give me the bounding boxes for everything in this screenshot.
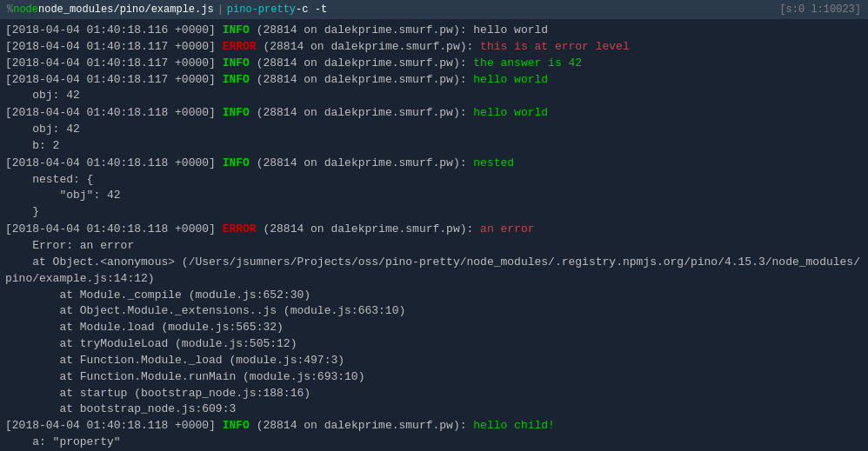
log-msg: hello child!	[467, 418, 555, 434]
terminal-line: [2018-04-04 01:40:18.118 +0000] ERROR (2…	[5, 222, 863, 238]
log-date: [2018-04-04 01:40:18.118 +0000]	[5, 156, 216, 172]
log-date: [2018-04-04 01:40:18.118 +0000]	[5, 418, 216, 434]
terminal-line: at Object.Module._extensions..js (module…	[5, 303, 863, 320]
terminal: % node node_modules/pino/example.js | pi…	[0, 0, 868, 451]
terminal-line: at Function.Module.runMain (module.js:69…	[5, 369, 863, 386]
terminal-line: obj: 42	[5, 88, 863, 104]
terminal-line: [2018-04-04 01:40:18.118 +0000] INFO (28…	[5, 105, 863, 122]
terminal-line: Error: an error	[5, 238, 863, 255]
pino-pretty-cmd: pino-pretty	[227, 3, 296, 16]
log-level: INFO	[216, 105, 250, 122]
terminal-line: at Module.load (module.js:565:32)	[5, 320, 863, 336]
terminal-line: a: "property"	[5, 434, 863, 451]
terminal-line: at bootstrap_node.js:609:3	[5, 401, 863, 418]
log-date: [2018-04-04 01:40:18.117 +0000]	[5, 72, 216, 89]
terminal-line: at Module._compile (module.js:652:30)	[5, 288, 863, 304]
log-level: INFO	[216, 23, 250, 39]
terminal-line: [2018-04-04 01:40:18.117 +0000] INFO (28…	[5, 72, 863, 89]
script-path: node_modules/pino/example.js	[38, 3, 214, 16]
terminal-line: b: 2	[5, 138, 863, 155]
terminal-line: [2018-04-04 01:40:18.116 +0000] INFO (28…	[5, 23, 863, 39]
node-cmd: node	[13, 3, 38, 16]
log-level: INFO	[216, 156, 250, 172]
log-date: [2018-04-04 01:40:18.118 +0000]	[5, 222, 216, 238]
terminal-line: at Object.<anonymous> (/Users/jsumners/P…	[5, 255, 863, 288]
terminal-content: [2018-04-04 01:40:18.116 +0000] INFO (28…	[0, 19, 868, 451]
log-date: [2018-04-04 01:40:18.117 +0000]	[5, 56, 216, 72]
log-host: (28814 on dalekprime.smurf.pw):	[257, 39, 474, 56]
terminal-line: obj: 42	[5, 122, 863, 138]
log-level: ERROR	[216, 222, 257, 238]
terminal-line: nested: {	[5, 172, 863, 189]
log-msg: hello world	[467, 105, 549, 122]
log-date: [2018-04-04 01:40:18.117 +0000]	[5, 39, 216, 56]
log-host: (28814 on dalekprime.smurf.pw):	[250, 418, 467, 434]
terminal-line: at startup (bootstrap_node.js:188:16)	[5, 386, 863, 402]
log-date: [2018-04-04 01:40:18.116 +0000]	[5, 23, 216, 39]
prompt: %	[7, 3, 13, 16]
log-host: (28814 on dalekprime.smurf.pw):	[250, 105, 467, 122]
terminal-line: [2018-04-04 01:40:18.118 +0000] INFO (28…	[5, 418, 863, 434]
terminal-line: }	[5, 204, 863, 221]
log-level: INFO	[216, 56, 250, 72]
log-msg: hello world	[467, 23, 549, 39]
log-host: (28814 on dalekprime.smurf.pw):	[257, 222, 474, 238]
log-msg: nested	[467, 156, 515, 172]
log-host: (28814 on dalekprime.smurf.pw):	[250, 56, 467, 72]
terminal-line: at Function.Module._load (module.js:497:…	[5, 353, 863, 369]
title-bar: % node node_modules/pino/example.js | pi…	[0, 0, 868, 19]
log-date: [2018-04-04 01:40:18.118 +0000]	[5, 105, 216, 122]
log-level: ERROR	[216, 39, 257, 56]
terminal-line: [2018-04-04 01:40:18.117 +0000] INFO (28…	[5, 56, 863, 72]
title-left: % node node_modules/pino/example.js | pi…	[7, 3, 327, 16]
terminal-line: at tryModuleLoad (module.js:505:12)	[5, 336, 863, 353]
log-msg: the answer is 42	[467, 56, 583, 72]
log-host: (28814 on dalekprime.smurf.pw):	[250, 23, 467, 39]
log-level: INFO	[216, 72, 250, 89]
log-msg: an error	[473, 222, 534, 238]
terminal-line: "obj": 42	[5, 188, 863, 204]
log-level: INFO	[216, 418, 250, 434]
terminal-line: [2018-04-04 01:40:18.117 +0000] ERROR (2…	[5, 39, 863, 56]
pipe: |	[217, 3, 224, 16]
args: -c -t	[296, 3, 327, 16]
log-msg: hello world	[467, 72, 549, 89]
log-host: (28814 on dalekprime.smurf.pw):	[250, 72, 467, 89]
terminal-line: [2018-04-04 01:40:18.118 +0000] INFO (28…	[5, 156, 863, 172]
log-host: (28814 on dalekprime.smurf.pw):	[250, 156, 467, 172]
log-msg: this is at error level	[473, 39, 629, 56]
status: [s:0 l:10023]	[779, 3, 861, 16]
